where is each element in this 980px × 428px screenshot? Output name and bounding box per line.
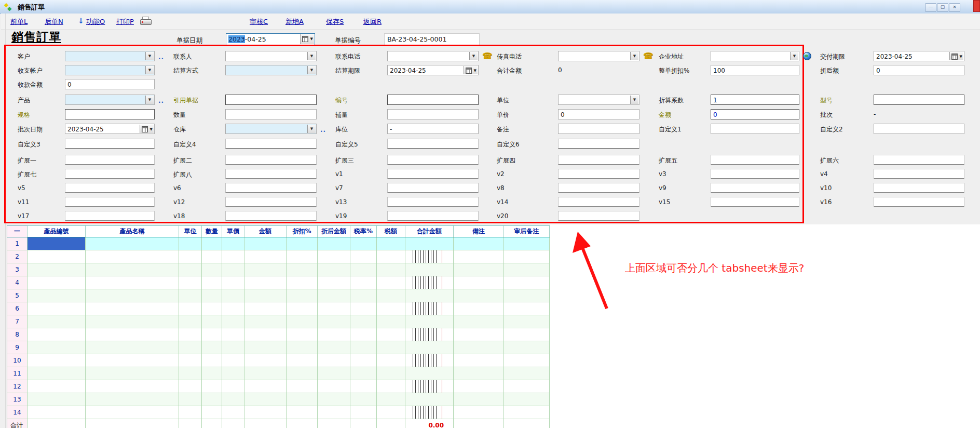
text-field[interactable]	[711, 169, 799, 179]
grid-cell[interactable]	[28, 237, 86, 250]
grid-cell[interactable]	[377, 341, 405, 354]
grid-cell[interactable]	[350, 237, 377, 250]
grid-cell[interactable]	[405, 367, 454, 380]
row-number-cell[interactable]: 12	[7, 380, 28, 393]
grid-cell[interactable]	[179, 289, 202, 302]
grid-cell[interactable]	[244, 263, 287, 276]
date-field[interactable]: 2023-04-25▼	[874, 51, 964, 61]
grid-cell[interactable]	[454, 341, 504, 354]
grid-cell[interactable]	[377, 406, 405, 419]
maximize-button[interactable]: ▢	[937, 3, 948, 12]
grid-cell[interactable]	[179, 315, 202, 328]
grid-cell[interactable]	[244, 380, 287, 393]
row-number-cell[interactable]: 3	[7, 263, 28, 276]
grid-cell[interactable]	[350, 406, 377, 419]
grid-cell[interactable]	[222, 341, 244, 354]
text-field[interactable]	[387, 155, 479, 165]
grid-cell[interactable]	[86, 367, 179, 380]
audit-link[interactable]: 审核C	[250, 17, 268, 26]
row-number-cell[interactable]: 5	[7, 289, 28, 302]
grid-cell[interactable]	[28, 328, 86, 341]
grid-cell[interactable]	[222, 354, 244, 367]
grid-cell[interactable]	[244, 406, 287, 419]
grid-cell[interactable]	[86, 250, 179, 263]
text-field[interactable]	[711, 155, 799, 165]
grid-cell[interactable]	[454, 393, 504, 406]
grid-cell[interactable]	[454, 289, 504, 302]
grid-cell[interactable]	[179, 393, 202, 406]
grid-cell[interactable]	[202, 276, 222, 289]
text-field[interactable]	[225, 155, 317, 165]
grid-cell[interactable]	[222, 393, 244, 406]
grid-cell[interactable]	[350, 354, 377, 367]
grid-cell[interactable]	[179, 380, 202, 393]
grid-cell[interactable]	[377, 328, 405, 341]
grid-cell[interactable]	[504, 276, 550, 289]
printer-icon[interactable]	[140, 17, 152, 25]
chevron-down-icon[interactable]: ▼	[307, 52, 316, 60]
grid-cell[interactable]	[28, 276, 86, 289]
date-field[interactable]: 2023-04-25▼	[387, 65, 479, 75]
date-picker-button[interactable]: ▼	[949, 52, 963, 60]
text-field[interactable]	[558, 211, 639, 221]
text-field[interactable]	[874, 155, 964, 165]
text-field[interactable]	[558, 139, 639, 149]
chevron-down-icon[interactable]: ▼	[630, 52, 638, 60]
grid-cell[interactable]	[504, 315, 550, 328]
grid-cell[interactable]	[350, 328, 377, 341]
text-field[interactable]: 0	[874, 65, 964, 75]
grid-cell[interactable]	[377, 276, 405, 289]
grid-cell[interactable]	[405, 406, 454, 419]
text-field[interactable]	[225, 211, 317, 221]
doc-date-field[interactable]: 2023-04-25 ▼	[226, 33, 315, 45]
grid-cell[interactable]	[287, 380, 318, 393]
grid-cell[interactable]	[28, 354, 86, 367]
row-number-cell[interactable]: 13	[7, 393, 28, 406]
grid-cell[interactable]	[405, 237, 454, 250]
grid-cell[interactable]	[287, 237, 318, 250]
grid-cell[interactable]	[86, 380, 179, 393]
outer-close-button[interactable]	[973, 0, 980, 12]
text-field[interactable]	[874, 124, 964, 134]
grid-cell[interactable]	[202, 354, 222, 367]
grid-cell[interactable]	[405, 263, 454, 276]
grid-cell[interactable]	[222, 237, 244, 250]
grid-cell[interactable]	[377, 367, 405, 380]
grid-cell[interactable]	[318, 250, 350, 263]
grid-cell[interactable]	[318, 393, 350, 406]
grid-cell[interactable]	[202, 302, 222, 315]
chevron-down-icon[interactable]: ▼	[630, 96, 638, 104]
text-field[interactable]	[874, 169, 964, 179]
text-field[interactable]	[387, 169, 479, 179]
grid-cell[interactable]	[244, 354, 287, 367]
grid-cell[interactable]	[179, 302, 202, 315]
date-picker-button[interactable]: ▼	[140, 125, 154, 133]
grid-cell[interactable]	[202, 341, 222, 354]
more-link[interactable]: ..	[158, 54, 164, 61]
chevron-down-icon[interactable]: ▼	[145, 52, 154, 60]
grid-cell[interactable]	[179, 276, 202, 289]
grid-cell[interactable]	[504, 250, 550, 263]
text-field[interactable]	[65, 139, 155, 149]
doc-date-picker-button[interactable]: ▼	[300, 34, 314, 44]
dropdown-field[interactable]: ▼	[65, 65, 155, 75]
grid-cell[interactable]	[318, 328, 350, 341]
text-field[interactable]: 0	[558, 109, 639, 119]
text-field[interactable]	[225, 197, 317, 207]
grid-cell[interactable]	[504, 393, 550, 406]
grid-cell[interactable]	[377, 302, 405, 315]
grid-cell[interactable]	[318, 237, 350, 250]
grid-cell[interactable]	[287, 289, 318, 302]
grid-cell[interactable]	[318, 263, 350, 276]
grid-cell[interactable]	[244, 315, 287, 328]
text-field[interactable]	[558, 124, 639, 134]
grid-cell[interactable]	[244, 328, 287, 341]
grid-cell[interactable]	[454, 406, 504, 419]
text-field[interactable]	[387, 139, 479, 149]
chevron-down-icon[interactable]: ▼	[469, 52, 478, 60]
grid-cell[interactable]	[504, 341, 550, 354]
next-doc-link[interactable]: 后单N	[45, 17, 63, 26]
grid-cell[interactable]	[244, 367, 287, 380]
grid-cell[interactable]	[86, 302, 179, 315]
grid-cell[interactable]	[454, 367, 504, 380]
